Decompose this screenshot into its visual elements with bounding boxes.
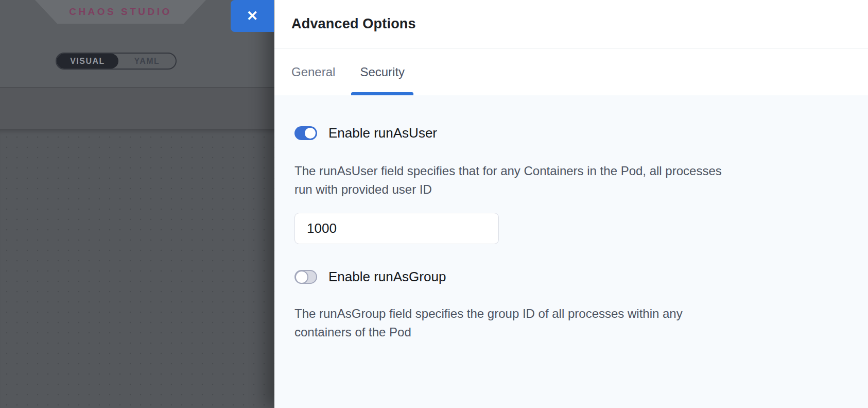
close-button[interactable]: ✕ [231, 0, 274, 32]
panel-header: Advanced Options [274, 0, 868, 48]
chaos-studio-label: CHAOS STUDIO [69, 6, 172, 18]
run-as-user-row: Enable runAsUser [294, 125, 827, 141]
tab-general[interactable]: General [283, 49, 344, 95]
visual-yaml-toggle[interactable]: VISUAL YAML [56, 53, 177, 70]
run-as-user-description: The runAsUser field specifies that for a… [294, 162, 827, 199]
description-line: The runAsUser field specifies that for a… [294, 162, 827, 180]
run-as-group-label: Enable runAsGroup [328, 269, 446, 285]
run-as-user-label: Enable runAsUser [328, 125, 437, 141]
chaos-studio-banner: CHAOS STUDIO [35, 0, 206, 24]
toggle-knob [304, 127, 317, 140]
description-line: The runAsGroup field specifies the group… [294, 304, 827, 323]
visual-tab[interactable]: VISUAL [57, 54, 118, 69]
close-icon: ✕ [247, 8, 258, 24]
run-as-user-input[interactable] [294, 213, 499, 244]
yaml-tab[interactable]: YAML [118, 54, 176, 69]
tab-security[interactable]: Security [351, 49, 413, 95]
run-as-group-description: The runAsGroup field specifies the group… [294, 304, 827, 342]
toggle-knob [295, 270, 308, 284]
enable-runasgroup-toggle[interactable] [294, 270, 317, 284]
run-as-group-row: Enable runAsGroup [294, 269, 827, 285]
security-tab-content: Enable runAsUser The runAsUser field spe… [274, 95, 868, 408]
tab-bar: General Security [274, 49, 868, 95]
enable-runasuser-toggle[interactable] [294, 126, 317, 140]
description-line: run with provided user ID [294, 180, 827, 199]
description-line: containers of the Pod [294, 323, 827, 342]
panel-title: Advanced Options [291, 16, 416, 32]
advanced-options-panel: Advanced Options General Security Enable… [274, 0, 868, 408]
